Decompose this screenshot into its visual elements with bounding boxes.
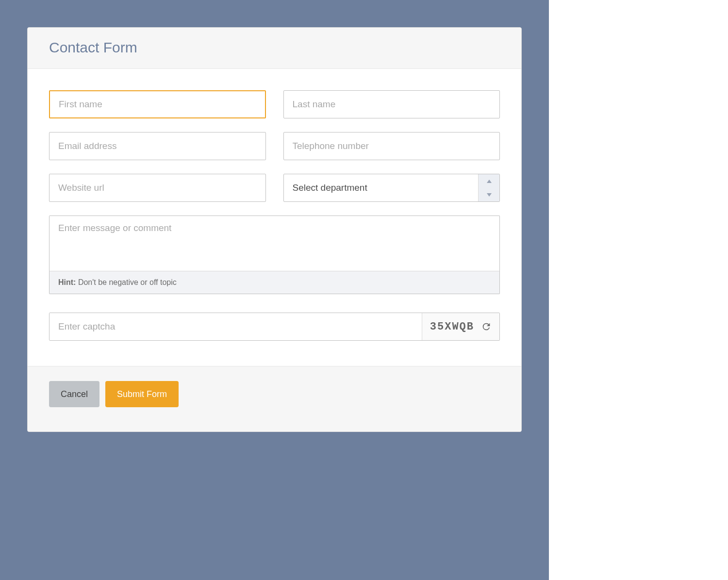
captcha-input[interactable] xyxy=(50,313,422,340)
panel-body: Select department Hint: Don't be negativ… xyxy=(28,69,521,366)
panel-title: Contact Form xyxy=(49,39,500,56)
hint-text: Don't be negative or off topic xyxy=(76,278,176,286)
cancel-button[interactable]: Cancel xyxy=(49,381,99,407)
last-name-input[interactable] xyxy=(283,90,500,118)
row-web-dept: Select department xyxy=(49,174,500,202)
message-textarea[interactable] xyxy=(49,215,500,271)
email-input[interactable] xyxy=(49,132,266,160)
panel-footer: Cancel Submit Form xyxy=(28,366,521,431)
contact-form-panel: Contact Form xyxy=(27,27,522,432)
department-selected-label: Select department xyxy=(293,182,367,193)
row-message: Hint: Don't be negative or off topic xyxy=(49,215,500,294)
panel-header: Contact Form xyxy=(28,28,521,69)
row-captcha: 35XWQB xyxy=(49,308,500,341)
hint-label: Hint: xyxy=(58,278,76,286)
website-input[interactable] xyxy=(49,174,266,202)
chevron-down-icon[interactable] xyxy=(479,188,499,201)
row-contact xyxy=(49,132,500,160)
row-name xyxy=(49,90,500,118)
first-name-input[interactable] xyxy=(49,90,266,118)
captcha-code: 35XWQB xyxy=(430,321,474,333)
captcha-group: 35XWQB xyxy=(49,313,500,341)
hint-box: Hint: Don't be negative or off topic xyxy=(49,271,500,294)
captcha-addon: 35XWQB xyxy=(422,313,499,340)
phone-input[interactable] xyxy=(283,132,500,160)
department-select[interactable]: Select department xyxy=(283,174,500,202)
refresh-icon[interactable] xyxy=(481,321,492,332)
submit-button[interactable]: Submit Form xyxy=(105,381,179,407)
page-background: Contact Form xyxy=(0,0,549,580)
chevron-up-icon[interactable] xyxy=(479,174,499,188)
select-stepper[interactable] xyxy=(478,174,499,201)
